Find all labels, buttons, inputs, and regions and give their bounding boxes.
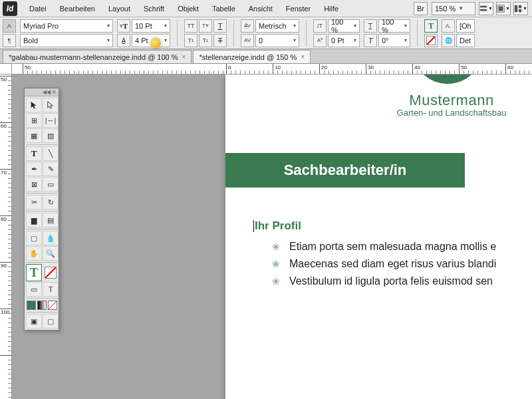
hand-tool[interactable]: ✋ (26, 246, 42, 261)
svg-rect-4 (515, 5, 517, 11)
canvas-area[interactable]: Mustermann Garten- und Landschaftsbau Sa… (12, 74, 532, 399)
note-tool[interactable]: ▢ (26, 231, 42, 245)
formatting-text-button[interactable]: T (43, 282, 59, 297)
list-item: ❀Etiam porta sem malesuada magna mollis … (271, 241, 496, 253)
zoom-select[interactable]: 150 %▼ (432, 2, 475, 15)
flower-bullet-icon: ❀ (271, 259, 281, 269)
horizontal-ruler[interactable]: 500102030405060 (12, 64, 532, 74)
free-transform-tool[interactable]: ↻ (43, 195, 59, 209)
ruler-origin[interactable] (0, 64, 12, 74)
arrange-button[interactable]: ▼ (513, 2, 528, 15)
svg-rect-0 (480, 5, 487, 7)
rotation-icon: T (364, 34, 377, 47)
vscale-icon: IT (313, 19, 327, 33)
zoom-tool[interactable]: 🔍 (43, 246, 59, 261)
strikethrough-button[interactable]: T (213, 34, 227, 47)
menu-ansicht[interactable]: Ansicht (242, 2, 279, 15)
pencil-tool[interactable]: ✎ (43, 162, 59, 176)
document-page[interactable]: Mustermann Garten- und Landschaftsbau Sa… (225, 74, 532, 399)
line-tool[interactable]: ╲ (43, 146, 59, 161)
close-icon[interactable]: × (301, 53, 305, 61)
svg-rect-5 (519, 5, 521, 7)
baseline-select[interactable]: 0 Pt▾ (328, 34, 360, 47)
hscale-select[interactable]: 100 %▾ (378, 19, 410, 33)
smallcaps-button[interactable]: Tᴛ (199, 19, 212, 33)
screen-mode-button[interactable]: ▼ (496, 2, 511, 15)
tracking-select[interactable]: 0▾ (255, 34, 299, 47)
svg-rect-1 (480, 9, 487, 11)
section-heading[interactable]: Ihr Profil (255, 219, 301, 233)
leading-icon: A̲ (117, 34, 130, 47)
hscale-icon: T̲ (364, 19, 377, 33)
document-tab-1[interactable]: *galabau-mustermann-stellenanzeige.indd … (3, 50, 192, 63)
direct-selection-tool[interactable] (43, 98, 59, 112)
fill-stroke-type[interactable]: T (26, 264, 42, 281)
content-placer-tool[interactable]: ▨ (43, 128, 59, 143)
scissors-tool[interactable]: ✂ (26, 195, 42, 209)
job-title-banner[interactable]: Sachbearbeiter/in (225, 153, 465, 188)
selection-tool[interactable] (26, 98, 42, 112)
subscript-button[interactable]: T1 (199, 34, 212, 47)
char-style-icon: A. (442, 19, 455, 33)
menu-layout[interactable]: Layout (102, 2, 137, 15)
svg-rect-6 (519, 9, 521, 11)
font-size-icon: TT (117, 19, 130, 33)
view-mode-normal[interactable]: ▣ (26, 314, 42, 329)
font-style-select[interactable]: Bold▾ (20, 34, 113, 47)
kerning-select[interactable]: Metrisch▾ (255, 19, 299, 33)
font-family-select[interactable]: Myriad Pro▾ (20, 19, 113, 33)
char-style-select[interactable]: [Oh (456, 19, 475, 33)
vertical-ruler[interactable]: 5060708090100 (0, 64, 12, 399)
menu-objekt[interactable]: Objekt (171, 2, 205, 15)
fill-swatch[interactable] (27, 301, 36, 310)
text-caret (253, 220, 254, 232)
company-subtitle: Garten- und Landschaftsbau (365, 108, 532, 118)
document-tab-2[interactable]: *stellenanzeige.indd @ 150 %× (193, 50, 311, 63)
menu-hilfe[interactable]: Hilfe (317, 2, 345, 15)
company-name: Mustermann (365, 92, 532, 109)
formatting-container-button[interactable]: ▭ (26, 282, 42, 297)
allcaps-button[interactable]: TT (184, 19, 198, 33)
rotation-select[interactable]: 0°▾ (378, 34, 410, 47)
menu-schrift[interactable]: Schrift (137, 2, 171, 15)
menu-fenster[interactable]: Fenster (279, 2, 317, 15)
fill-stroke-none[interactable] (43, 264, 59, 281)
panel-collapse-icon[interactable]: ◀◀ ✕ (25, 88, 59, 96)
bridge-button[interactable]: Br (414, 2, 428, 15)
close-icon[interactable]: × (182, 53, 186, 61)
underline-button[interactable]: T (213, 19, 227, 33)
superscript-button[interactable]: T1 (184, 34, 198, 47)
page-tool[interactable]: ⊞ (26, 113, 42, 128)
gradient-swatch[interactable] (37, 301, 47, 310)
content-collector-tool[interactable]: ▦ (26, 128, 42, 143)
rectangle-frame-tool[interactable]: ⊠ (26, 177, 42, 192)
no-fill-button[interactable] (424, 34, 438, 47)
rectangle-tool[interactable]: ▭ (43, 177, 59, 192)
font-size-select[interactable]: 10 Pt▾ (132, 19, 170, 33)
language-select[interactable]: Det (456, 34, 475, 47)
view-options-button[interactable]: ▼ (479, 2, 493, 15)
gradient-swatch-tool[interactable]: ▆ (26, 213, 42, 227)
menu-tabelle[interactable]: Tabelle (205, 2, 242, 15)
list-item: ❀Vestibulum id ligula porta felis euismo… (271, 275, 496, 287)
view-mode-preview[interactable]: ▢ (43, 314, 59, 329)
swatch-row (26, 300, 59, 311)
char-format-button[interactable]: A (3, 19, 16, 33)
pen-tool[interactable]: ✒ (26, 162, 42, 176)
control-bar: A ¶ Myriad Pro▾ Bold▾ TT10 Pt▾ A̲4 Pt▾ T… (0, 17, 532, 49)
fill-text-button[interactable]: T (424, 19, 438, 33)
menu-bearbeiten[interactable]: Bearbeiten (53, 2, 102, 15)
eyedropper-tool[interactable]: 💧 (43, 231, 59, 245)
svg-rect-3 (499, 6, 503, 11)
bullet-list[interactable]: ❀Etiam porta sem malesuada magna mollis … (271, 241, 496, 293)
para-format-button[interactable]: ¶ (3, 34, 16, 47)
list-item: ❀Maecenas sed diam eget risus varius bla… (271, 258, 496, 270)
none-swatch[interactable] (48, 301, 57, 310)
app-logo: Id (3, 1, 17, 16)
tools-panel[interactable]: ◀◀ ✕ ⊞ |↔| ▦ ▨ T ╲ ✒ ✎ ⊠ ▭ ✂ ↻ ▆ ▤ ▢ 💧 ✋… (24, 88, 59, 331)
vscale-select[interactable]: 100 %▾ (328, 19, 360, 33)
type-tool[interactable]: T (26, 146, 42, 161)
gap-tool[interactable]: |↔| (43, 113, 59, 128)
menu-datei[interactable]: Datei (23, 2, 53, 15)
gradient-feather-tool[interactable]: ▤ (43, 213, 59, 227)
